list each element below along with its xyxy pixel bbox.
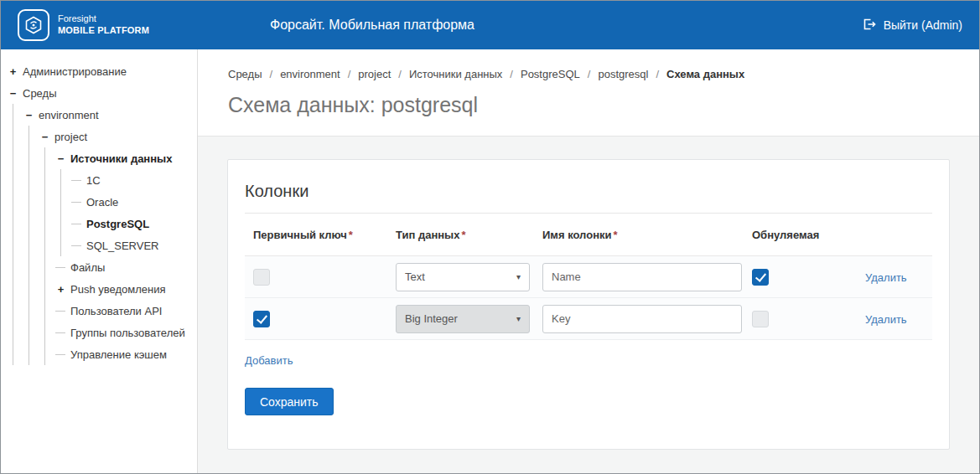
tree-item-label: SQL_SERVER: [86, 240, 158, 252]
tree-item-label: Источники данных: [70, 152, 172, 165]
tree-connector: [55, 332, 65, 333]
tree-item-push-notifications[interactable]: + Push уведомления: [55, 278, 190, 300]
breadcrumb-item-data-sources[interactable]: Источники данных: [409, 68, 502, 80]
tree-item-postgresql[interactable]: PostgreSQL: [71, 213, 190, 234]
breadcrumb-item-environments[interactable]: Среды: [228, 68, 262, 80]
main-panel: Среды / environment / project / Источник…: [198, 49, 979, 473]
brand-subtitle: MOBILE PLATFORM: [58, 25, 149, 37]
page-title: Схема данных: postgresql: [228, 93, 979, 117]
nullable-cell: [752, 269, 865, 286]
page-header: Среды / environment / project / Источник…: [198, 49, 979, 137]
tree-item-oracle[interactable]: Oracle: [71, 191, 190, 213]
tree-connector: [55, 311, 65, 312]
data-type-cell: Text ▾: [396, 263, 542, 291]
brand-text: Foresight MOBILE PLATFORM: [58, 13, 149, 37]
expand-icon[interactable]: +: [55, 284, 66, 295]
navigation-tree: + Администрирование − Среды − environmen…: [8, 60, 190, 365]
logout-label: Выйти (Admin): [884, 18, 962, 32]
tree-item-api-users[interactable]: Пользователи API: [55, 300, 190, 322]
tree-item-label: Управление кэшем: [70, 348, 167, 361]
nullable-checkbox[interactable]: [752, 269, 769, 286]
column-name-cell: [542, 263, 752, 291]
card-title: Колонки: [245, 182, 932, 201]
columns-card: Колонки Первичный ключ* Тип данных* Имя …: [227, 159, 950, 450]
breadcrumb-separator: /: [588, 68, 591, 80]
breadcrumb-item-project[interactable]: project: [358, 68, 391, 80]
brand-logo[interactable]: Foresight MOBILE PLATFORM: [18, 9, 149, 41]
sidebar: + Администрирование − Среды − environmen…: [1, 49, 198, 473]
primary-key-checkbox[interactable]: [253, 311, 270, 327]
chevron-down-icon: ▾: [516, 314, 521, 323]
columns-table-header: Первичный ключ* Тип данных* Имя колонки*…: [245, 214, 932, 256]
actions-cell: Удалить: [865, 270, 932, 285]
select-value: Text: [405, 270, 425, 283]
breadcrumb-separator: /: [510, 68, 513, 80]
header-label: Тип данных: [396, 229, 459, 241]
tree-connector: [55, 267, 65, 268]
logout-icon: [862, 18, 876, 33]
header-label: Первичный ключ: [253, 229, 347, 241]
collapse-icon[interactable]: −: [8, 88, 18, 99]
logout-button[interactable]: Выйти (Admin): [862, 18, 962, 33]
save-button[interactable]: Сохранить: [245, 388, 334, 415]
tree-item-label: Oracle: [86, 196, 118, 209]
column-row: Text ▾ Удалить: [245, 256, 932, 298]
select-value: Big Integer: [405, 312, 458, 325]
primary-key-checkbox[interactable]: [253, 269, 270, 286]
header-nullable: Обнуляемая: [752, 229, 865, 241]
tree-item-files[interactable]: Файлы: [55, 256, 190, 278]
nullable-checkbox[interactable]: [752, 311, 769, 327]
tree-item-label: environment: [39, 109, 99, 121]
tree-connector: [71, 202, 81, 203]
collapse-icon[interactable]: −: [39, 131, 50, 142]
breadcrumb: Среды / environment / project / Источник…: [228, 68, 979, 80]
column-name-cell: [542, 305, 752, 333]
column-name-input[interactable]: [542, 305, 742, 333]
breadcrumb-item-postgresql-source[interactable]: postgresql: [598, 68, 648, 80]
tree-item-data-sources[interactable]: − Источники данных: [55, 147, 190, 169]
tree-item-cache-management[interactable]: Управление кэшем: [55, 343, 190, 365]
tree-connector: [71, 245, 81, 246]
breadcrumb-item-postgresql-type[interactable]: PostgreSQL: [521, 68, 580, 80]
tree-item-label: Push уведомления: [70, 283, 166, 296]
breadcrumb-item-data-schema: Схема данных: [666, 68, 744, 80]
tree-connector: [71, 224, 81, 224]
tree-item-environments[interactable]: − Среды: [8, 82, 190, 104]
tree-item-label: Файлы: [70, 261, 105, 274]
primary-key-cell: [253, 269, 396, 286]
page-body: Колонки Первичный ключ* Тип данных* Имя …: [198, 137, 979, 473]
required-marker: *: [614, 229, 618, 241]
breadcrumb-separator: /: [270, 68, 273, 80]
delete-link[interactable]: Удалить: [865, 313, 907, 326]
tree-item-label: 1C: [86, 174, 101, 187]
tree-connector: [71, 180, 81, 181]
column-row: Big Integer ▾ Удалить: [245, 298, 932, 340]
tree-item-administration[interactable]: + Администрирование: [8, 60, 190, 82]
collapse-icon[interactable]: −: [23, 110, 34, 121]
tree-item-1c[interactable]: 1C: [71, 169, 190, 191]
column-name-input[interactable]: [542, 263, 742, 291]
breadcrumb-item-environment[interactable]: environment: [280, 68, 340, 80]
add-column-link[interactable]: Добавить: [245, 354, 293, 367]
content-area: + Администрирование − Среды − environmen…: [1, 49, 979, 473]
header-column-name: Имя колонки*: [542, 229, 752, 241]
tree-item-project[interactable]: − project: [39, 126, 190, 147]
tree-item-label: Администрирование: [23, 65, 127, 78]
topbar: Foresight MOBILE PLATFORM Форсайт. Мобил…: [1, 1, 979, 49]
expand-icon[interactable]: +: [8, 66, 18, 77]
tree-item-user-groups[interactable]: Группы пользователей: [55, 322, 190, 343]
tree-item-environment[interactable]: − environment: [23, 104, 190, 126]
breadcrumb-separator: /: [656, 68, 659, 80]
app-window: Foresight MOBILE PLATFORM Форсайт. Мобил…: [0, 0, 980, 474]
required-marker: *: [461, 229, 465, 241]
collapse-icon[interactable]: −: [55, 153, 66, 164]
tree-connector: [55, 354, 65, 355]
tree-item-label: Пользователи API: [70, 305, 162, 317]
required-marker: *: [349, 229, 353, 241]
delete-link[interactable]: Удалить: [865, 271, 907, 284]
data-type-cell: Big Integer ▾: [396, 305, 542, 333]
tree-item-sql-server[interactable]: SQL_SERVER: [71, 234, 190, 256]
data-type-select[interactable]: Text ▾: [396, 263, 530, 291]
brand-name: Foresight: [58, 13, 149, 25]
header-label: Имя колонки: [542, 229, 612, 241]
